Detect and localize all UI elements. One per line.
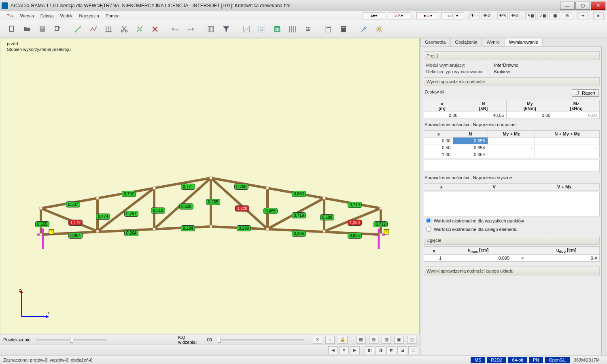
svg-point-6 <box>138 27 139 28</box>
utilization-badge: 0,771 <box>181 184 195 190</box>
tab-geometria[interactable]: Geometria <box>420 38 450 46</box>
tb-undo[interactable] <box>168 23 182 36</box>
radio-whole-element[interactable]: Wartości ekstremalne dla całego elementu <box>424 225 600 233</box>
menu-widok[interactable]: Widok <box>57 13 76 19</box>
nav-right[interactable]: ▶ <box>350 346 360 354</box>
app-icon <box>2 2 8 9</box>
tb-redo[interactable] <box>184 23 197 36</box>
view-btn-5[interactable]: 👁↔ <box>469 12 480 19</box>
view-btn-12[interactable]: ⊞ <box>562 12 572 19</box>
tab-wymiarowanie[interactable]: Wymiarowanie <box>505 38 543 46</box>
view-filter-3[interactable]: ●11 ▾ <box>416 12 439 19</box>
nav-a4[interactable]: ▦ <box>357 336 366 344</box>
tb-results[interactable] <box>255 23 269 36</box>
nav-a8[interactable]: ◲ <box>407 336 416 344</box>
coordinate-axes: x z <box>17 288 54 322</box>
utilization-badge: 0,792 <box>122 191 136 197</box>
nav-b1[interactable]: ◧ <box>365 346 374 354</box>
utilization-badge: 0,860 <box>292 191 306 197</box>
nav-b5[interactable]: ▢ <box>408 346 418 354</box>
tb-config[interactable] <box>372 23 386 36</box>
view-btn-8[interactable]: 👁⊘ <box>509 12 520 19</box>
maximize-button[interactable]: ▢ <box>575 2 590 10</box>
radio-all-points-input[interactable] <box>426 218 431 223</box>
tb-open[interactable] <box>20 23 34 36</box>
side-panel: Geometria Obciążenia Wyniki Wymiarowanie… <box>420 38 607 355</box>
tb-analyze[interactable] <box>240 23 253 36</box>
tb-node[interactable] <box>71 23 85 36</box>
shear-stress-label: Sprawdzenie nośności - Naprężenia styczn… <box>424 172 600 182</box>
tb-new[interactable] <box>5 23 19 36</box>
nav-a5[interactable]: ▤ <box>369 336 378 344</box>
tb-3d[interactable]: 3D <box>270 23 284 36</box>
tb-grid[interactable] <box>204 23 218 36</box>
nav-a2[interactable]: ⌂ <box>325 336 335 344</box>
utilization-badge: 0,510 <box>151 207 165 214</box>
view-btn-11[interactable]: ▦ <box>550 12 560 19</box>
nav-a3[interactable]: 🔒 <box>338 336 347 344</box>
menu-narzedzia[interactable]: Narzędzia <box>76 13 102 19</box>
export-icon <box>575 91 580 95</box>
tb-cut[interactable] <box>117 23 131 36</box>
minimize-button[interactable]: — <box>560 2 575 10</box>
tb-mirror[interactable] <box>133 23 146 36</box>
tb-calc1[interactable] <box>321 23 335 36</box>
menu-pomoc[interactable]: Pomoc <box>102 13 123 19</box>
utilization-badge: 0,255 <box>206 199 220 205</box>
raport-button[interactable]: Raport <box>572 89 599 97</box>
tb-bars[interactable] <box>87 23 100 36</box>
close-button[interactable]: ✕ <box>591 2 605 10</box>
zoom-slider[interactable] <box>36 339 106 341</box>
tb-save[interactable] <box>36 23 49 36</box>
status-chip-opengl[interactable]: OpenGL <box>545 357 570 363</box>
view-filter-4[interactable]: ●/11 ▾ <box>441 12 464 19</box>
menu-plik[interactable]: Plik <box>3 13 17 19</box>
nav-b4[interactable]: ◪ <box>397 346 407 354</box>
svg-rect-47 <box>266 228 269 230</box>
tb-loads[interactable] <box>102 23 116 36</box>
tb-wrench[interactable] <box>357 23 371 36</box>
status-chip-ms[interactable]: MS <box>471 357 486 363</box>
menu-wersja[interactable]: Wersja <box>17 13 37 19</box>
tab-obciazenia[interactable]: Obciążenia <box>450 38 482 46</box>
view-btn-13[interactable]: ⇥ <box>577 12 588 19</box>
view-btn-6[interactable]: 👁⊘ <box>482 12 492 19</box>
tb-table[interactable] <box>286 23 299 36</box>
deflection-table: xumax [cm]udop [cm] 1 0,095 < 0,4 <box>424 246 600 262</box>
utilization-badge: 0,299 <box>237 225 251 231</box>
radio-all-points[interactable]: Wartości ekstremalne dla wszystkich punk… <box>424 216 600 225</box>
tab-wyniki[interactable]: Wyniki <box>482 38 504 46</box>
menu-edycja[interactable]: Edycja <box>37 13 57 19</box>
view-btn-14[interactable]: ≡ <box>593 12 604 19</box>
status-chip-r2d2[interactable]: R2D2 <box>487 357 506 363</box>
nav-down[interactable]: ▼ <box>339 346 349 354</box>
nav-a1[interactable]: ✕ <box>313 336 322 344</box>
tb-delete[interactable] <box>148 23 162 36</box>
canvas[interactable]: przód Stopień wykorzystania przekroju <box>0 38 420 334</box>
svg-rect-49 <box>323 230 325 233</box>
view-btn-7[interactable]: 👁✎ <box>497 12 508 19</box>
normal-stress-table: xNMy + MzN + My + Mz 0,000,655 0,500,654… <box>424 130 600 158</box>
nav-left[interactable]: ◀ <box>328 346 338 354</box>
view-btn-9[interactable]: ✎▦ <box>525 12 536 19</box>
tb-calc2[interactable] <box>337 23 350 36</box>
radio-whole-element-input[interactable] <box>426 226 431 232</box>
panel-scrollbar[interactable] <box>601 46 607 355</box>
view-filter-2[interactable]: λ✕ ▾ <box>388 12 410 19</box>
status-chip-64bit[interactable]: 64-bit <box>508 357 527 363</box>
svg-text:3D: 3D <box>275 28 280 32</box>
tb-settings[interactable] <box>301 23 315 36</box>
tb-export[interactable] <box>51 23 65 36</box>
svg-point-20 <box>378 28 380 30</box>
angle-slider[interactable] <box>218 339 304 341</box>
utilization-badge: 1,172 <box>68 220 83 226</box>
nav-b3[interactable]: ◩ <box>386 346 396 354</box>
nav-a6[interactable]: ▥ <box>382 336 391 344</box>
view-filter-1[interactable]: ᵶ● ▾ <box>363 12 385 19</box>
status-chip-pn[interactable]: PN <box>529 357 543 363</box>
canvas-corner-label: przód Stopień wykorzystania przekroju <box>7 41 71 52</box>
view-btn-10[interactable]: ✓▦ <box>537 12 548 19</box>
nav-a7[interactable]: ▣ <box>394 336 403 344</box>
tb-filter[interactable] <box>219 23 233 36</box>
nav-b2[interactable]: ◨ <box>376 346 385 354</box>
